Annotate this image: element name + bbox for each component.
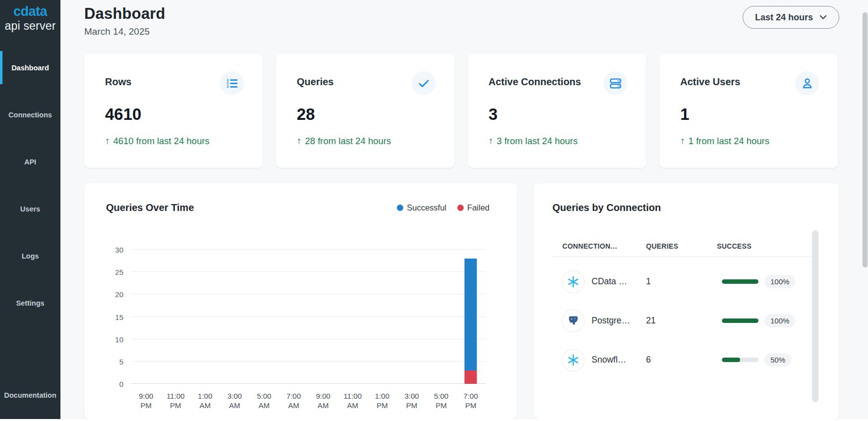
stat-card-queries: Queries28↑28 from last 24 hours (276, 53, 454, 168)
sidebar-item-documentation[interactable]: Documentation (0, 371, 60, 419)
stat-card-value: 4610 (105, 105, 244, 124)
snowflake-icon (567, 354, 580, 367)
stat-card-title: Active Users (680, 71, 740, 88)
sidebar-nav: DashboardConnectionsAPIUsersLogsSettings… (0, 44, 60, 419)
table-column-header-0: CONNECTION… (562, 242, 646, 250)
y-axis-tick-label: 20 (115, 290, 123, 299)
time-range-label: Last 24 hours (755, 12, 813, 23)
success-progress-fill (722, 318, 759, 323)
x-axis-tick-label: 1:00AM (190, 391, 220, 410)
chart-legend: SuccessfulFailed (397, 203, 489, 212)
x-axis-tick-label: 11:00PM (161, 391, 191, 410)
page-header: Dashboard March 14, 2025 Last 24 hours (60, 0, 868, 37)
sidebar-item-settings[interactable]: Settings (0, 279, 60, 326)
success-cell: 100% (717, 275, 819, 288)
y-axis-tick-label: 30 (115, 246, 123, 254)
sidebar-item-connections[interactable]: Connections (0, 91, 60, 138)
success-cell: 100% (717, 314, 819, 327)
bar-9-00-am[interactable] (317, 250, 329, 384)
connection-cell: CData … (562, 271, 646, 293)
chart-bar-slot (427, 250, 456, 384)
legend-dot-failed (457, 205, 464, 211)
connection-name: Snowfl… (592, 355, 626, 365)
bar-7-00-pm[interactable] (465, 250, 477, 384)
legend-item-failed[interactable]: Failed (457, 203, 489, 212)
chart-bar-slot (456, 250, 486, 384)
success-progress-fill (722, 279, 759, 284)
stat-card-rows: Rows1234610↑4610 from last 24 hours (84, 53, 263, 168)
legend-dot-successful (397, 205, 403, 211)
chart-bars (131, 250, 486, 384)
server-stack-icon (603, 71, 627, 95)
bar-1-00-am[interactable] (199, 250, 211, 384)
bar-5-00-am[interactable] (258, 250, 271, 384)
bar-3-00-pm[interactable] (405, 250, 418, 384)
bar-11-00-pm[interactable] (169, 250, 182, 384)
bar-5-00-pm[interactable] (435, 250, 447, 384)
stat-card-top: Active Connections (488, 71, 627, 95)
bar-3-00-am[interactable] (228, 250, 241, 384)
stat-card-value: 1 (680, 105, 819, 124)
y-axis-tick-label: 25 (115, 268, 123, 276)
chart-header: Queries Over Time SuccessfulFailed (84, 183, 517, 213)
chart-bar-slot (308, 250, 338, 384)
sidebar-item-label: Settings (16, 299, 44, 307)
page-date: March 14, 2025 (84, 26, 165, 37)
x-axis-tick-label: 5:00PM (427, 391, 456, 410)
bar-7-00-am[interactable] (287, 250, 300, 384)
logo-product-text: api server (0, 19, 60, 32)
sidebar-item-users[interactable]: Users (0, 185, 60, 232)
time-range-dropdown[interactable]: Last 24 hours (743, 6, 839, 29)
connection-avatar (562, 271, 584, 293)
chart-bar-slot (249, 250, 279, 384)
y-axis-tick-label: 10 (115, 335, 123, 343)
stat-card-delta: ↑3 from last 24 hours (488, 136, 627, 147)
chart-bar-slot (161, 250, 191, 384)
chart-bar-slot (338, 250, 368, 384)
stat-card-delta: ↑4610 from last 24 hours (105, 136, 244, 147)
stat-card-title: Active Connections (488, 71, 581, 88)
table-scrollbar-thumb[interactable] (812, 230, 818, 402)
table-row[interactable]: Postgre…21100% (562, 301, 819, 340)
queries-over-time-card: Queries Over Time SuccessfulFailed 05101… (84, 183, 517, 419)
main-content: Dashboard March 14, 2025 Last 24 hours R… (60, 0, 868, 419)
sidebar-item-api[interactable]: API (0, 138, 60, 185)
table-header-divider (552, 257, 818, 257)
check-icon (412, 71, 435, 95)
page-heading-block: Dashboard March 14, 2025 (84, 5, 165, 37)
connection-cell: Snowfl… (562, 349, 646, 371)
chart-bar-slot (279, 250, 309, 384)
table-row[interactable]: Snowfl…650% (562, 340, 819, 379)
stat-cards-row: Rows1234610↑4610 from last 24 hoursQueri… (84, 53, 838, 168)
sidebar-item-label: Dashboard (11, 64, 49, 72)
bar-1-00-pm[interactable] (376, 250, 388, 384)
x-axis-tick-label: 9:00PM (131, 391, 161, 410)
table-row[interactable]: CData …1100% (562, 262, 819, 301)
sidebar-item-label: API (24, 158, 36, 166)
sidebar-item-logs[interactable]: Logs (0, 232, 60, 279)
stat-card-delta-text: 3 from last 24 hours (497, 136, 578, 147)
chart-bar-slot (190, 250, 220, 384)
arrow-up-icon: ↑ (105, 136, 110, 147)
connection-name: Postgre… (592, 316, 630, 326)
success-progress-bar (722, 358, 759, 362)
y-axis-tick-label: 0 (119, 380, 123, 388)
table-column-header-2: SUCCESS (717, 242, 819, 250)
chart-bar-slot (397, 250, 427, 384)
x-axis-tick-label: 7:00AM (279, 391, 309, 410)
arrow-up-icon: ↑ (488, 136, 493, 147)
stat-card-delta-text: 4610 from last 24 hours (113, 136, 210, 147)
success-progress-bar (722, 318, 759, 323)
table-title: Queries by Connection (552, 202, 839, 213)
table-column-header-1: QUERIES (646, 242, 717, 250)
sidebar-item-dashboard[interactable]: Dashboard (0, 44, 60, 91)
legend-item-successful[interactable]: Successful (397, 203, 446, 212)
bar-9-00-pm[interactable] (140, 250, 152, 384)
x-axis-tick-label: 5:00AM (249, 391, 279, 410)
x-axis-tick-label: 7:00PM (456, 391, 486, 410)
sidebar-item-label: Logs (22, 252, 39, 260)
connection-avatar (562, 310, 584, 332)
sidebar-item-label: Documentation (4, 391, 56, 399)
page-scrollbar-thumb[interactable] (863, 12, 868, 267)
bar-11-00-am[interactable] (346, 250, 359, 384)
